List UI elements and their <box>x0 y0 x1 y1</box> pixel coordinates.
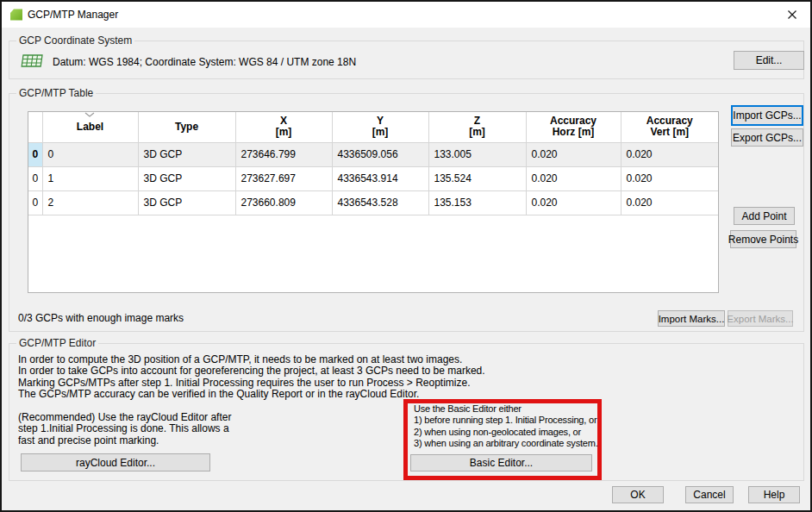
coordinate-system-group: GCP Coordinate System Datum: WGS 1984; C… <box>9 41 804 79</box>
sort-indicator-icon <box>84 106 95 122</box>
remove-points-button[interactable]: Remove Points <box>730 230 796 248</box>
column-header-y[interactable]: Y[m] <box>332 112 428 142</box>
close-icon[interactable] <box>783 7 802 22</box>
row-marks-count: 0 <box>28 190 42 215</box>
export-gcps-button[interactable]: Export GCPs... <box>731 128 803 147</box>
cell-z[interactable]: 135.524 <box>428 166 526 190</box>
cell-label[interactable]: 0 <box>42 142 138 166</box>
datum-grid-icon <box>22 54 43 72</box>
raycloud-recommendation-text: (Recommended) Use the rayCloud Editor af… <box>18 412 231 446</box>
column-header-z[interactable]: Z[m] <box>428 112 526 142</box>
gcp-editor-group-label: GCP/MTP Editor <box>16 337 98 349</box>
marks-status-text: 0/3 GCPs with enough image marks <box>18 313 184 324</box>
cell-acc-vert[interactable]: 0.020 <box>621 166 718 190</box>
cell-acc-horz[interactable]: 0.020 <box>526 142 621 166</box>
add-point-button[interactable]: Add Point <box>734 207 795 225</box>
cell-x[interactable]: 273627.697 <box>235 166 332 190</box>
cell-type[interactable]: 3D GCP <box>138 166 235 190</box>
column-header-x[interactable]: X[m] <box>235 112 332 142</box>
raycloud-editor-button[interactable]: rayCloud Editor... <box>21 453 210 471</box>
row-marks-count: 0 <box>28 166 42 190</box>
ok-button[interactable]: OK <box>612 486 664 503</box>
cell-type[interactable]: 3D GCP <box>138 190 235 215</box>
table-row[interactable]: 0 0 3D GCP 273646.799 4336509.056 133.00… <box>28 142 718 166</box>
gcp-table-group-label: GCP/MTP Table <box>16 87 96 99</box>
coordinate-system-group-label: GCP Coordinate System <box>16 34 134 47</box>
gcp-table[interactable]: Label Type X[m] Y[m] Z[m] AccuracyHorz [… <box>28 111 719 293</box>
edit-button[interactable]: Edit... <box>734 51 804 70</box>
column-header-acc-horz[interactable]: AccuracyHorz [m] <box>526 112 621 142</box>
cell-acc-vert[interactable]: 0.020 <box>621 142 718 166</box>
cell-y[interactable]: 4336543.914 <box>332 166 428 190</box>
table-header-row: Label Type X[m] Y[m] Z[m] AccuracyHorz [… <box>28 112 718 142</box>
basic-editor-note-text: Use the Basic Editor either 1) before ru… <box>414 403 598 450</box>
cell-y[interactable]: 4336509.056 <box>332 142 428 166</box>
row-marks-count: 0 <box>28 142 42 166</box>
table-row[interactable]: 0 1 3D GCP 273627.697 4336543.914 135.52… <box>28 166 718 190</box>
help-button[interactable]: Help <box>748 486 800 503</box>
table-row[interactable]: 0 2 3D GCP 273660.809 4336543.528 135.15… <box>28 190 718 215</box>
import-gcps-button[interactable]: Import GCPs... <box>731 105 803 126</box>
corner-header-cell <box>28 112 42 142</box>
cell-x[interactable]: 273646.799 <box>235 142 332 166</box>
export-marks-button[interactable]: Export Marks... <box>728 310 793 327</box>
window-title: GCP/MTP Manager <box>28 9 118 21</box>
cell-acc-vert[interactable]: 0.020 <box>621 190 718 215</box>
cell-type[interactable]: 3D GCP <box>138 142 235 166</box>
cell-z[interactable]: 133.005 <box>428 142 526 166</box>
cell-z[interactable]: 135.153 <box>428 190 526 215</box>
cell-y[interactable]: 4336543.528 <box>332 190 428 215</box>
import-marks-button[interactable]: Import Marks... <box>658 310 725 327</box>
column-header-type[interactable]: Type <box>138 112 235 142</box>
cell-acc-horz[interactable]: 0.020 <box>526 166 621 190</box>
cell-acc-horz[interactable]: 0.020 <box>526 190 621 215</box>
pix4d-logo-icon <box>9 8 23 22</box>
coordinate-system-summary: Datum: WGS 1984; Coordinate System: WGS … <box>53 57 356 68</box>
cell-x[interactable]: 273660.809 <box>235 190 332 215</box>
column-header-acc-vert[interactable]: AccuracyVert [m] <box>621 112 718 142</box>
cancel-button[interactable]: Cancel <box>685 486 734 503</box>
editor-info-text: In order to compute the 3D position of a… <box>18 354 485 401</box>
gcp-mtp-manager-dialog: GCP/MTP Manager GCP Coordinate System <box>0 0 812 512</box>
basic-editor-button[interactable]: Basic Editor... <box>410 454 592 471</box>
title-bar: GCP/MTP Manager <box>2 2 810 28</box>
dialog-body: GCP Coordinate System Datum: WGS 1984; C… <box>2 28 810 510</box>
cell-label[interactable]: 1 <box>42 166 138 190</box>
cell-label[interactable]: 2 <box>42 190 138 215</box>
